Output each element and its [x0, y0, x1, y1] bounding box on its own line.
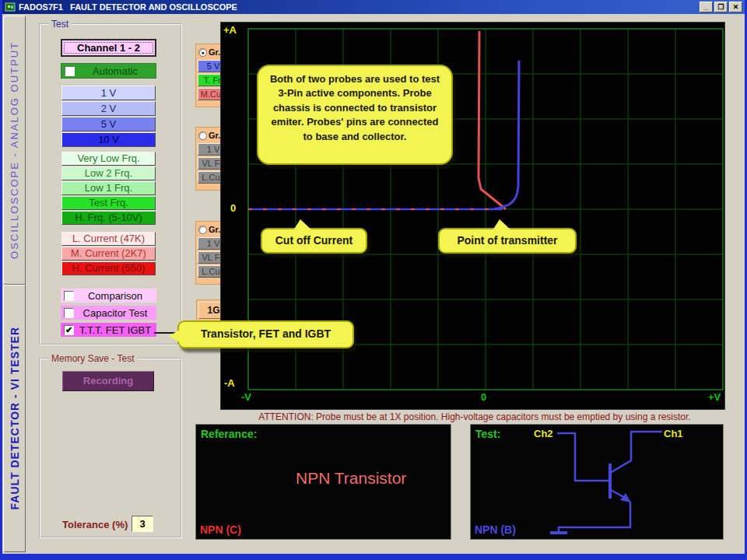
transistor-callout-label: Transistor, FET and IGBT — [201, 327, 331, 340]
curve-blue — [495, 61, 519, 209]
restore-button[interactable]: ❐ — [714, 2, 728, 12]
axis-label-pos-v: +V — [708, 391, 721, 403]
capacitor-test-label: Capacitor Test — [74, 307, 156, 319]
group1-radio[interactable]: ● — [198, 48, 207, 57]
npn-transistor-schematic — [471, 425, 724, 541]
capacitor-test-checkbox[interactable] — [64, 308, 74, 318]
comparison-label: Comparison — [74, 290, 156, 302]
axis-label-pos-a: +A — [223, 24, 237, 36]
voltage-1v-button[interactable]: 1 V — [61, 86, 156, 100]
window-title: FADOS7F1 FAULT DETECTOR AND OSCILLOSCOPE — [19, 2, 698, 12]
axis-label-zero-y: 0 — [230, 202, 236, 214]
recording-button[interactable]: Recording — [62, 371, 154, 391]
minimize-button[interactable]: _ — [700, 2, 713, 12]
axis-label-zero-x: 0 — [481, 391, 486, 403]
voltage-2v-button[interactable]: 2 V — [61, 101, 156, 116]
info-callout: Both of two probes are used to test 3-Pi… — [257, 65, 453, 165]
automatic-checkbox[interactable] — [65, 66, 75, 76]
freq-test-button[interactable]: Test Frq. — [61, 196, 156, 210]
current-high-button[interactable]: H. Current (550) — [61, 261, 156, 275]
freq-low-1-button[interactable]: Low 1 Frq. — [61, 181, 156, 195]
transistor-callout-tip — [169, 330, 180, 342]
channel-1-2-button[interactable]: Channel 1 - 2 — [61, 39, 156, 57]
app-icon — [5, 2, 16, 12]
current-mid-button[interactable]: M. Current (2K7) — [61, 247, 156, 261]
reference-component-label: NPN Transistor — [296, 469, 406, 488]
memory-groupbox-caption: Memory Save - Test — [48, 353, 137, 364]
tab-fault-detector-label: FAULT DETECTOR - VI TESTER — [9, 327, 21, 510]
ttt-fet-igbt-label: T.T.T. FET IGBT — [74, 324, 156, 336]
axis-label-neg-v: -V — [241, 391, 251, 403]
transmitter-callout: Point of transmitter — [438, 228, 577, 254]
transmitter-callout-tip — [493, 219, 511, 230]
voltage-5v-button[interactable]: 5 V — [61, 117, 156, 131]
close-button[interactable]: ✕ — [729, 2, 742, 12]
attention-text: ATTENTION: Probe must be at 1X position.… — [218, 411, 731, 422]
ttt-fet-igbt-checkbox[interactable]: ✔ — [64, 325, 74, 335]
emitter-arrow — [620, 493, 631, 502]
group3-radio[interactable] — [198, 226, 207, 234]
automatic-label: Automatic — [75, 65, 156, 77]
reference-pin-label: NPN (C) — [200, 523, 241, 536]
transistor-callout: Transistor, FET and IGBT — [177, 320, 354, 348]
automatic-row[interactable]: Automatic — [61, 63, 156, 79]
tab-oscilloscope-analog-output[interactable]: OSCILLOSCOPE - ANALOG OUTPUT — [3, 16, 26, 285]
capacitor-test-row[interactable]: Capacitor Test — [61, 306, 156, 320]
cutoff-callout: Cut off Current — [261, 228, 367, 254]
comparison-checkbox[interactable] — [64, 291, 74, 301]
tab-fault-detector-vi-tester[interactable]: FAULT DETECTOR - VI TESTER — [3, 285, 26, 552]
title-bar: FADOS7F1 FAULT DETECTOR AND OSCILLOSCOPE… — [2, 0, 745, 14]
comparison-row[interactable]: Comparison — [61, 289, 156, 303]
group2-radio[interactable] — [198, 131, 207, 140]
axis-label-neg-a: -A — [224, 377, 235, 389]
voltage-10v-button[interactable]: 10 V — [61, 132, 156, 147]
tolerance-label: Tolerance (%) — [62, 519, 128, 530]
freq-very-low-button[interactable]: Very Low Frq. — [61, 152, 156, 166]
cutoff-callout-tip — [293, 219, 312, 230]
ttt-fet-igbt-row[interactable]: ✔ T.T.T. FET IGBT — [61, 323, 156, 337]
reference-title: Referance: — [201, 428, 257, 440]
transmitter-callout-label: Point of transmitter — [457, 234, 557, 247]
tab-oscilloscope-label: OSCILLOSCOPE - ANALOG OUTPUT — [9, 41, 20, 259]
reference-panel: Referance: NPN Transistor NPN (C) — [195, 424, 451, 540]
cutoff-callout-label: Cut off Current — [275, 234, 353, 247]
test-groupbox-caption: Test — [48, 19, 72, 30]
tolerance-input[interactable] — [132, 516, 153, 532]
freq-low-2-button[interactable]: Low 2 Frq. — [61, 166, 156, 180]
test-result-panel: Test: Ch2 Ch1 NPN (B) — [470, 424, 724, 540]
current-low-button[interactable]: L. Current (47K) — [61, 232, 156, 246]
freq-high-button[interactable]: H. Frq. (5-10V) — [61, 211, 156, 225]
curve-red — [479, 32, 505, 208]
